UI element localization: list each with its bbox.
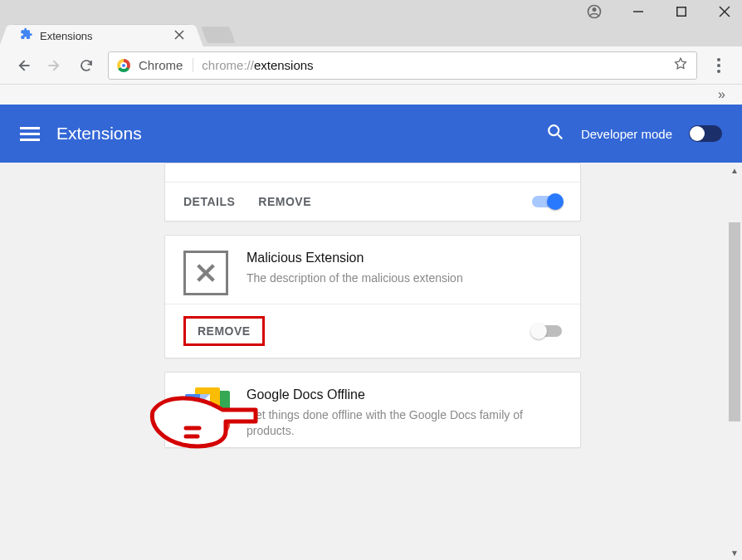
extension-enable-toggle[interactable] xyxy=(532,196,562,207)
forward-button[interactable] xyxy=(45,56,65,75)
tab-title: Extensions xyxy=(40,30,93,42)
extension-card: DETAILS REMOVE xyxy=(164,163,581,222)
scheme-label: Chrome xyxy=(139,58,193,72)
browser-tab-extensions[interactable]: Extensions xyxy=(10,25,193,46)
highlighted-remove-box: REMOVE xyxy=(183,316,265,346)
url-text: chrome://extensions xyxy=(202,58,313,72)
reload-button[interactable] xyxy=(76,56,96,75)
scroll-thumb[interactable] xyxy=(729,222,740,421)
tabstrip: Extensions xyxy=(0,23,742,46)
scroll-track[interactable] xyxy=(727,178,742,545)
chrome-icon xyxy=(117,59,130,72)
scroll-down-arrow[interactable]: ▼ xyxy=(730,545,739,560)
bookmark-star-icon[interactable] xyxy=(673,56,688,75)
extension-icon xyxy=(183,387,228,439)
extension-description: The description of the malicious extensi… xyxy=(247,270,562,286)
extension-name: Google Docs Offline xyxy=(247,387,562,402)
svg-point-1 xyxy=(593,7,597,12)
svg-point-10 xyxy=(549,125,559,135)
extension-icon xyxy=(183,251,228,295)
search-icon[interactable] xyxy=(546,123,564,144)
remove-button[interactable]: REMOVE xyxy=(258,195,311,208)
extension-card-malicious: Malicious Extension The description of t… xyxy=(164,235,581,358)
vertical-scrollbar[interactable]: ▲ ▼ xyxy=(727,163,742,560)
extension-enable-toggle[interactable] xyxy=(532,325,562,337)
content-area: DETAILS REMOVE Malicious Extension xyxy=(0,163,742,560)
close-window-button[interactable] xyxy=(715,2,734,21)
extension-card-gdocs: Google Docs Offline Get things done offl… xyxy=(164,372,581,448)
address-bar[interactable]: Chrome chrome://extensions xyxy=(108,51,697,80)
new-tab-button[interactable] xyxy=(201,27,235,43)
account-icon[interactable] xyxy=(584,2,604,22)
remove-button[interactable]: REMOVE xyxy=(198,324,251,338)
minimize-button[interactable] xyxy=(629,2,647,21)
svg-rect-3 xyxy=(677,7,686,17)
details-button[interactable]: DETAILS xyxy=(183,195,235,208)
browser-menu-button[interactable] xyxy=(709,56,729,75)
maximize-button[interactable] xyxy=(672,2,691,21)
window-titlebar xyxy=(0,0,742,23)
toolbar-overflow-row: » xyxy=(0,85,742,105)
back-button[interactable] xyxy=(13,56,33,75)
extension-name: Malicious Extension xyxy=(247,251,562,265)
scroll-up-arrow[interactable]: ▲ xyxy=(730,163,739,178)
page-header: Extensions Developer mode xyxy=(0,105,742,163)
overflow-chevron-icon[interactable]: » xyxy=(718,87,725,102)
toolbar: Chrome chrome://extensions xyxy=(0,46,742,85)
svg-line-11 xyxy=(558,134,562,139)
close-tab-button[interactable] xyxy=(174,28,184,43)
hamburger-menu-button[interactable] xyxy=(20,127,40,141)
extension-description: Get things done offline with the Google … xyxy=(247,407,562,439)
page-title: Extensions xyxy=(56,124,142,144)
developer-mode-toggle[interactable] xyxy=(689,125,722,142)
puzzle-piece-icon xyxy=(20,27,33,44)
developer-mode-label: Developer mode xyxy=(581,127,672,141)
